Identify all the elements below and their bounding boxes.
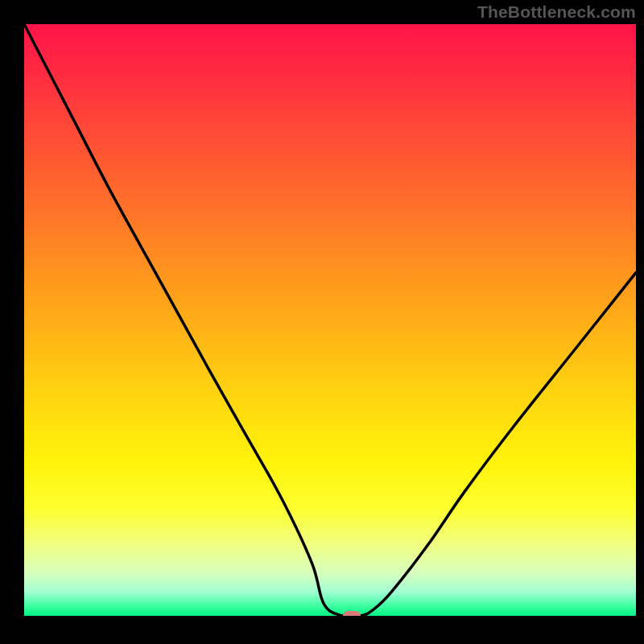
optimal-point-marker: [343, 611, 361, 616]
watermark-text: TheBottleneck.com: [477, 2, 636, 22]
bottleneck-curve-line: [24, 24, 636, 616]
chart-plot-area: [24, 24, 636, 616]
chart-curve-svg: [24, 24, 636, 616]
